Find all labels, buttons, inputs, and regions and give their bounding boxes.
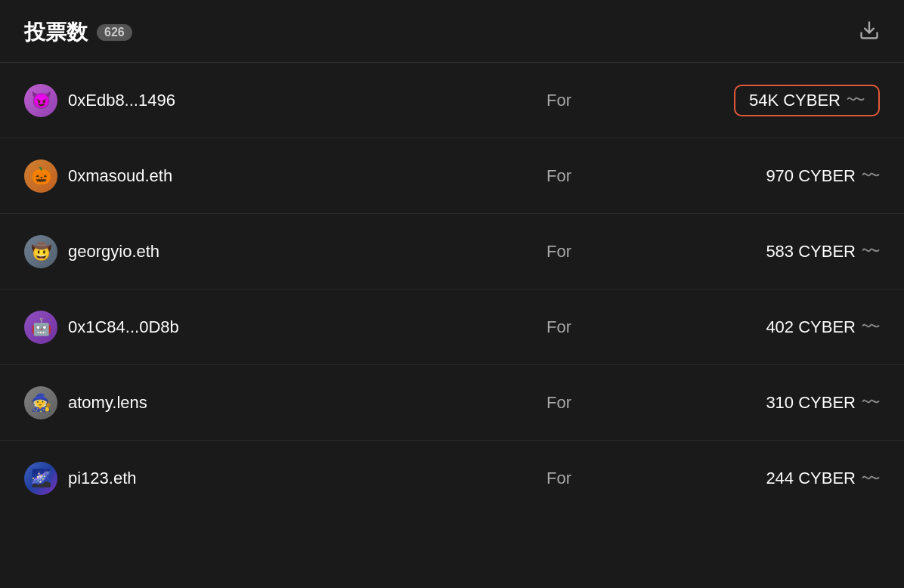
table-row[interactable]: 🤠 georgyio.eth For 583 CYBER — [0, 214, 904, 289]
vote-count-badge: 626 — [97, 24, 132, 41]
voter-col: 😈 0xEdb8...1496 — [24, 84, 452, 117]
voter-col: 🌌 pi123.eth — [24, 462, 452, 495]
avatar: 🤖 — [24, 311, 57, 344]
voter-col: 🤠 georgyio.eth — [24, 235, 452, 268]
amount-col: 54K CYBER — [666, 85, 880, 116]
squiggle-icon — [862, 394, 880, 411]
download-button[interactable] — [859, 20, 880, 45]
table-row[interactable]: 🎃 0xmasoud.eth For 970 CYBER — [0, 138, 904, 214]
voter-name: pi123.eth — [68, 469, 137, 488]
table-row[interactable]: 🌌 pi123.eth For 244 CYBER — [0, 441, 904, 516]
amount-value: 310 CYBER — [766, 393, 856, 413]
voter-name: georgyio.eth — [68, 242, 159, 262]
amount-value: 583 CYBER — [766, 242, 856, 262]
amount-value: 970 CYBER — [766, 166, 856, 186]
voter-name: 0xEdb8...1496 — [68, 91, 175, 110]
vote-col: For — [452, 91, 666, 110]
amount-col: 310 CYBER — [666, 393, 880, 413]
voter-name: atomy.lens — [68, 393, 147, 413]
vote-col: For — [452, 166, 666, 186]
squiggle-icon — [862, 470, 880, 487]
avatar: 🧙 — [24, 386, 57, 419]
page-header: 投票数 626 — [0, 0, 904, 63]
avatar: 🌌 — [24, 462, 57, 495]
voter-col: 🤖 0x1C84...0D8b — [24, 311, 452, 344]
vote-col: For — [452, 242, 666, 262]
voter-name: 0x1C84...0D8b — [68, 317, 179, 337]
table-row[interactable]: 🤖 0x1C84...0D8b For 402 CYBER — [0, 289, 904, 365]
amount-value: 244 CYBER — [766, 469, 856, 488]
amount-col: 970 CYBER — [666, 166, 880, 186]
amount-col: 244 CYBER — [666, 469, 880, 488]
table-row[interactable]: 🧙 atomy.lens For 310 CYBER — [0, 365, 904, 441]
avatar: 🤠 — [24, 235, 57, 268]
amount-col: 583 CYBER — [666, 242, 880, 262]
vote-col: For — [452, 393, 666, 413]
squiggle-icon — [847, 91, 865, 109]
vote-col: For — [452, 317, 666, 337]
highlighted-amount: 54K CYBER — [734, 85, 880, 116]
amount-value: 54K CYBER — [749, 91, 841, 110]
squiggle-icon — [862, 243, 880, 260]
vote-col: For — [452, 469, 666, 488]
squiggle-icon — [862, 167, 880, 184]
votes-table: 😈 0xEdb8...1496 For 54K CYBER — [0, 63, 904, 516]
page-title: 投票数 — [24, 18, 88, 47]
avatar: 😈 — [24, 84, 57, 117]
amount-value: 402 CYBER — [766, 317, 856, 337]
avatar: 🎃 — [24, 159, 57, 193]
table-row[interactable]: 😈 0xEdb8...1496 For 54K CYBER — [0, 63, 904, 138]
squiggle-icon — [862, 318, 880, 336]
header-left: 投票数 626 — [24, 18, 132, 47]
voter-name: 0xmasoud.eth — [68, 166, 172, 186]
voter-col: 🧙 atomy.lens — [24, 386, 452, 419]
voter-col: 🎃 0xmasoud.eth — [24, 159, 452, 193]
amount-col: 402 CYBER — [666, 317, 880, 337]
